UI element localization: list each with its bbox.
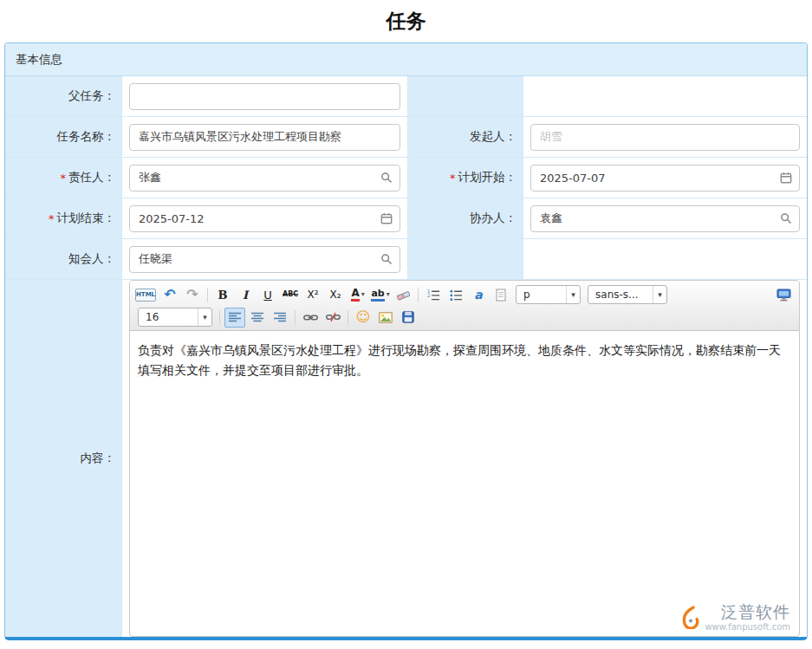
parent-task-label: 父任务： bbox=[5, 76, 122, 117]
undo-icon[interactable]: ↶ bbox=[159, 285, 180, 305]
initiator-label-text: 发起人： bbox=[470, 129, 516, 145]
link-icon bbox=[303, 313, 318, 322]
row1-empty-label bbox=[408, 76, 523, 117]
row5-empty-label bbox=[408, 239, 523, 280]
document-icon bbox=[496, 289, 506, 302]
unordered-list-button[interactable] bbox=[445, 285, 466, 305]
calendar-icon[interactable] bbox=[780, 172, 792, 184]
font-color-glyph: A bbox=[351, 288, 359, 302]
watermark-brand: 泛普软件 bbox=[721, 603, 790, 622]
initiator-input[interactable] bbox=[530, 124, 800, 151]
task-name-input[interactable] bbox=[129, 124, 400, 151]
plan-start-input[interactable] bbox=[530, 165, 800, 191]
align-right-icon bbox=[274, 312, 286, 322]
ordered-list-icon: 12 bbox=[427, 289, 440, 301]
highlight-glyph: ab bbox=[371, 289, 384, 302]
font-family-select-value: sans-s... bbox=[595, 289, 639, 301]
watermark-url: www.fanpusoft.com bbox=[705, 622, 790, 633]
cc-person-label-text: 知会人： bbox=[68, 251, 115, 267]
align-center-button[interactable] bbox=[247, 308, 268, 328]
superscript-button[interactable]: X² bbox=[302, 285, 323, 305]
editor-toolbar-row-2: 16 ▾ bbox=[134, 306, 795, 328]
unlink-button[interactable] bbox=[322, 308, 343, 328]
cc-person-label: 知会人： bbox=[5, 239, 122, 280]
toolbar-separator bbox=[295, 310, 296, 325]
co-worker-label: 协办人： bbox=[408, 198, 523, 239]
search-icon[interactable] bbox=[780, 212, 792, 224]
responsible-input[interactable] bbox=[129, 165, 400, 191]
subscript-button[interactable]: X₂ bbox=[325, 285, 346, 305]
monitor-icon bbox=[776, 289, 791, 302]
strikethrough-button[interactable]: ABC bbox=[280, 285, 301, 305]
cc-person-input[interactable] bbox=[129, 246, 400, 273]
paragraph-select[interactable]: p ▾ bbox=[516, 285, 581, 304]
co-worker-label-text: 协办人： bbox=[470, 211, 516, 226]
fanpu-logo-icon bbox=[681, 606, 700, 629]
underline-button[interactable]: U bbox=[257, 285, 278, 305]
content-text: 负责对《嘉兴市乌镇风景区污水处理工程》进行现场勘察，探查周围环境、地质条件、水文… bbox=[138, 341, 791, 380]
parent-task-cell bbox=[122, 76, 408, 117]
font-size-select[interactable]: 16 ▾ bbox=[138, 308, 212, 327]
plan-end-input[interactable] bbox=[129, 205, 400, 232]
rich-text-editor: HTML ↶ ↷ B I U ABC X² X₂ A bbox=[129, 280, 800, 637]
bold-button[interactable]: B bbox=[212, 285, 233, 305]
search-icon[interactable] bbox=[380, 172, 393, 184]
svg-text:2: 2 bbox=[427, 293, 430, 298]
plan-start-cell bbox=[523, 158, 807, 198]
align-right-button[interactable] bbox=[270, 308, 290, 328]
caret-down-icon: ▾ bbox=[198, 308, 211, 326]
co-worker-cell bbox=[523, 198, 807, 239]
link-button[interactable] bbox=[300, 308, 321, 328]
plan-start-label-text: 计划开始： bbox=[458, 170, 517, 185]
plan-end-label: * 计划结束： bbox=[5, 198, 122, 239]
align-left-button[interactable] bbox=[224, 308, 245, 328]
initiator-cell bbox=[523, 117, 807, 158]
fullscreen-button[interactable] bbox=[773, 285, 794, 305]
task-page: 任务 基本信息 父任务： 任务名称： bbox=[0, 0, 812, 640]
co-worker-input[interactable] bbox=[530, 205, 800, 232]
parent-task-label-text: 父任务： bbox=[68, 88, 115, 104]
image-button[interactable] bbox=[375, 308, 396, 328]
parent-task-input[interactable] bbox=[129, 83, 400, 110]
ordered-list-button[interactable]: 12 bbox=[423, 285, 444, 305]
editor-toolbar-row-1: HTML ↶ ↷ B I U ABC X² X₂ A bbox=[134, 283, 795, 306]
emoticon-button[interactable]: ☺ bbox=[353, 308, 374, 328]
content-cell: HTML ↶ ↷ B I U ABC X² X₂ A bbox=[122, 280, 807, 637]
row5-empty-cell bbox=[523, 239, 807, 280]
section-header-basic-info: 基本信息 bbox=[5, 43, 807, 76]
calendar-icon[interactable] bbox=[380, 212, 393, 224]
media-button[interactable] bbox=[398, 308, 419, 328]
content-label-text: 内容： bbox=[81, 451, 116, 466]
page-title: 任务 bbox=[0, 0, 812, 42]
plan-start-label: * 计划开始： bbox=[408, 158, 523, 198]
font-color-button[interactable]: A ▾ bbox=[348, 285, 368, 305]
anchor-button[interactable]: a bbox=[468, 285, 489, 305]
editor-content-area[interactable]: 负责对《嘉兴市乌镇风景区污水处理工程》进行现场勘察，探查周围环境、地质条件、水文… bbox=[130, 331, 799, 636]
task-name-label: 任务名称： bbox=[5, 117, 122, 158]
toolbar-separator bbox=[348, 310, 348, 325]
search-icon[interactable] bbox=[380, 253, 393, 265]
unlink-icon bbox=[326, 312, 341, 322]
align-left-icon bbox=[229, 312, 241, 322]
highlight-color-button[interactable]: ab ▾ bbox=[370, 285, 391, 305]
font-family-select[interactable]: sans-s... ▾ bbox=[588, 285, 667, 304]
html-source-button[interactable]: HTML bbox=[135, 289, 156, 302]
row1-empty-cell bbox=[523, 76, 807, 117]
caret-down-icon: ▾ bbox=[566, 286, 580, 303]
content-label: 内容： bbox=[5, 280, 122, 637]
toolbar-separator bbox=[219, 310, 220, 325]
caret-down-icon: ▾ bbox=[653, 286, 666, 303]
redo-icon[interactable]: ↷ bbox=[182, 285, 203, 305]
required-asterisk: * bbox=[49, 212, 55, 225]
cc-person-cell bbox=[122, 239, 408, 280]
responsible-label-text: 责任人： bbox=[68, 170, 115, 185]
responsible-cell bbox=[122, 158, 408, 198]
italic-button[interactable]: I bbox=[235, 285, 256, 305]
unordered-list-icon bbox=[450, 289, 463, 301]
remove-format-button[interactable] bbox=[393, 285, 413, 305]
paste-button[interactable] bbox=[490, 285, 511, 305]
watermark: 泛普软件 www.fanpusoft.com bbox=[681, 603, 790, 632]
toolbar-separator bbox=[207, 288, 208, 302]
caret-down-icon: ▾ bbox=[361, 291, 365, 298]
basic-info-panel: 基本信息 父任务： 任务名称： 发起人 bbox=[4, 42, 808, 640]
